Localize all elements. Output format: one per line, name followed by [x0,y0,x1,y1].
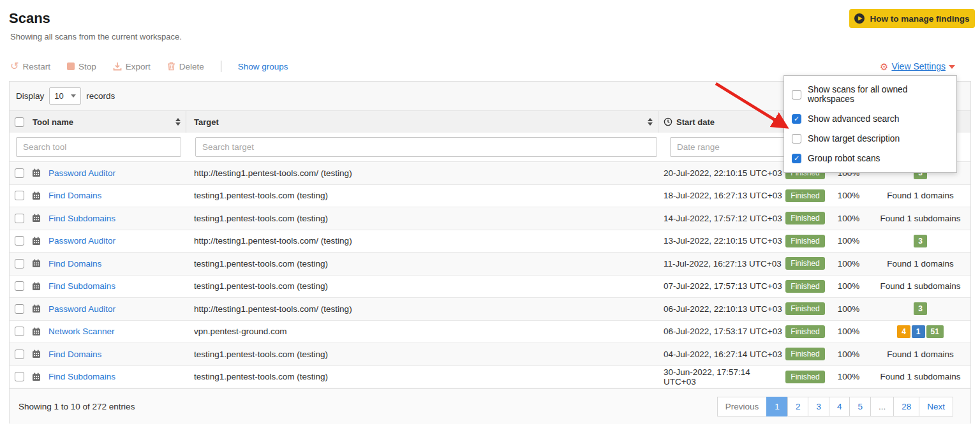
table-row[interactable]: Network Scanner vpn.pentest-ground.com 0… [10,321,970,344]
tool-name-link[interactable]: Find Subdomains [48,281,115,291]
tool-name-link[interactable]: Find Subdomains [48,372,115,381]
tool-name-header-label: Tool name [33,117,73,127]
scheduled-scan-calendar-icon [32,237,41,246]
unchecked-checkbox[interactable] [792,134,801,144]
view-settings-button[interactable]: ⚙ View Settings [880,61,955,71]
progress-cell: 100% [827,207,870,230]
search-tool-input[interactable] [16,137,181,157]
table-row[interactable]: Find Domains testing1.pentest-tools.com … [10,253,970,276]
row-checkbox[interactable] [15,191,24,200]
page-button-3[interactable]: 3 [808,397,829,416]
row-checkbox[interactable] [15,304,24,314]
findings-badge[interactable]: 4 [897,325,910,338]
findings-text: Found 1 subdomains [880,214,960,223]
tool-name-link[interactable]: Find Subdomains [48,214,115,223]
progress-cell: 100% [827,298,870,320]
page-button-1[interactable]: 1 [766,397,788,416]
page-button-4[interactable]: 4 [829,397,850,416]
scan-actions-toolbar: ↺ Restart Stop Export Delete Show groups [10,60,288,73]
page-button-5[interactable]: 5 [849,397,871,416]
page-size-select[interactable]: 10 [49,87,81,105]
table-row[interactable]: Password Auditor http://testing1.pentest… [10,298,970,321]
status-badge: Finished [785,280,824,293]
tool-name-link[interactable]: Find Domains [48,191,101,200]
tool-name-link[interactable]: Password Auditor [48,304,115,314]
trash-icon [167,62,175,71]
findings-text: Found 1 domains [887,259,953,269]
date-range-input[interactable] [670,137,787,157]
findings-badge[interactable]: 1 [912,325,925,338]
table-row[interactable]: Find Subdomains testing1.pentest-tools.c… [10,366,970,389]
row-checkbox[interactable] [15,236,24,246]
unchecked-checkbox[interactable] [792,90,801,99]
target-cell: testing1.pentest-tools.com (testing) [186,366,658,388]
findings-cell: 3 [870,230,970,253]
scheduled-scan-calendar-icon [32,350,41,358]
checked-checkbox[interactable]: ✓ [792,114,801,124]
tool-name-link[interactable]: Password Auditor [48,168,115,178]
how-to-manage-findings-button[interactable]: ▶ How to manage findings [849,9,975,28]
view-settings-label: View Settings [891,61,946,71]
tool-name-header[interactable]: Tool name [10,111,186,133]
view-settings-option[interactable]: ✓Group robot scans [784,149,956,168]
export-icon [113,62,122,71]
table-row[interactable]: Find Domains testing1.pentest-tools.com … [10,343,970,366]
view-settings-option[interactable]: Show target description [784,129,956,149]
delete-button[interactable]: Delete [167,62,204,71]
findings-badge[interactable]: 3 [914,302,927,315]
page-button-28[interactable]: 28 [893,397,919,416]
findings-cell: Found 1 domains [870,343,970,365]
progress-cell: 100% [827,343,870,365]
start-date-header-label: Start date [676,117,715,127]
findings-cell: 4151 [870,321,970,343]
tool-name-link[interactable]: Find Domains [48,350,101,359]
restart-icon: ↺ [10,61,19,71]
view-settings-option[interactable]: ✓Show advanced search [784,109,956,129]
target-cell: http://testing1.pentest-tools.com/ (test… [186,298,658,320]
start-date-cell: 07-Jul-2022, 17:57:13 UTC+03 [658,276,783,298]
row-checkbox[interactable] [15,281,24,291]
sort-icon[interactable] [175,118,181,126]
findings-badge[interactable]: 3 [914,235,927,247]
next-button[interactable]: Next [919,397,953,416]
start-date-header[interactable]: Start date [658,111,783,133]
table-row[interactable]: Find Subdomains testing1.pentest-tools.c… [10,276,970,298]
checked-checkbox[interactable]: ✓ [792,154,801,163]
stop-button[interactable]: Stop [67,62,96,71]
start-date-cell: 04-Jul-2022, 16:27:14 UTC+03 [658,343,783,365]
table-row[interactable]: Find Subdomains testing1.pentest-tools.c… [10,207,970,230]
export-button[interactable]: Export [113,62,151,71]
restart-button[interactable]: ↺ Restart [10,61,50,71]
findings-badge[interactable]: 51 [926,325,944,338]
sort-icon[interactable] [773,118,778,126]
target-cell: testing1.pentest-tools.com (testing) [186,276,658,298]
status-badge: Finished [785,302,824,315]
status-badge: Finished [785,371,824,383]
ellipsis-button: ... [870,397,894,416]
row-checkbox[interactable] [15,259,24,269]
table-row[interactable]: Password Auditor http://testing1.pentest… [10,230,970,253]
scheduled-scan-calendar-icon [32,214,41,223]
row-checkbox[interactable] [15,350,24,359]
page-button-2[interactable]: 2 [787,397,809,416]
show-groups-link[interactable]: Show groups [238,62,288,71]
progress-cell: 100% [827,366,870,388]
target-header[interactable]: Target [186,111,658,133]
display-label: Display [16,91,44,101]
row-checkbox[interactable] [15,327,24,336]
tool-name-link[interactable]: Find Domains [48,259,101,269]
findings-text: Found 1 subdomains [880,372,960,381]
tool-name-link[interactable]: Network Scanner [48,327,115,336]
select-chevron-icon [71,94,76,98]
row-checkbox[interactable] [15,214,24,223]
prev-button[interactable]: Previous [717,397,768,416]
start-date-cell: 20-Jul-2022, 22:10:15 UTC+03 [658,162,783,184]
tool-name-link[interactable]: Password Auditor [48,236,115,246]
row-checkbox[interactable] [15,168,24,178]
sort-icon[interactable] [648,118,653,126]
view-settings-option[interactable]: Show scans for all owned workspaces [784,80,956,109]
search-target-input[interactable] [195,137,657,157]
table-row[interactable]: Find Domains testing1.pentest-tools.com … [10,185,970,208]
select-all-checkbox[interactable] [15,117,24,127]
row-checkbox[interactable] [15,372,24,381]
